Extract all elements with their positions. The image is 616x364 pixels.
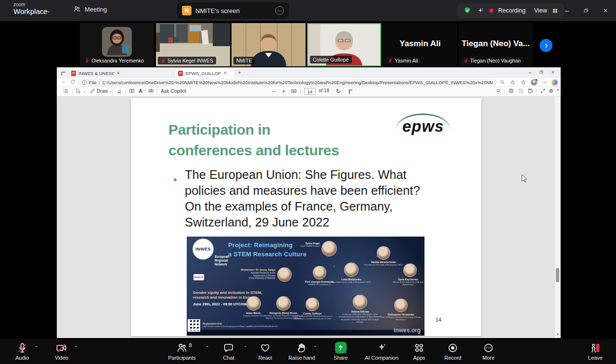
- recording-label: Recording: [498, 7, 526, 14]
- tab-actions-icon[interactable]: [60, 70, 65, 75]
- speaker-photo: [353, 295, 367, 309]
- pdf-scrollbar[interactable]: ▼: [555, 97, 560, 338]
- participant-tile[interactable]: Oleksandra Yeremenko: [80, 23, 154, 66]
- tab-close-icon[interactable]: ✕: [116, 71, 120, 75]
- hide-toolbar-icon[interactable]: ▲: [556, 88, 559, 91]
- minimize-button[interactable]: –: [557, 0, 577, 21]
- more-button[interactable]: More: [482, 342, 494, 361]
- video-button[interactable]: Video: [55, 342, 68, 361]
- record-button[interactable]: Record: [444, 342, 461, 361]
- participant-name-tag: Oleksandra Yeremenko: [82, 57, 147, 64]
- mic-muted-icon: [16, 342, 27, 353]
- copilot-icon[interactable]: [552, 79, 558, 86]
- zoom-out-button[interactable]: −: [272, 88, 276, 95]
- next-participants-button[interactable]: [539, 39, 552, 52]
- speaker-photo: [276, 296, 291, 311]
- slide-title-line2: conferences and lectures: [168, 140, 339, 161]
- address-scheme: File: [89, 80, 96, 85]
- search-document-button[interactable]: [496, 88, 501, 94]
- favorites-star-icon[interactable]: [510, 79, 516, 86]
- tab-screen-share[interactable]: N NMITE's screen ⋯: [177, 2, 289, 19]
- mic-muted-icon: [85, 58, 90, 63]
- chat-button[interactable]: Chat: [223, 342, 234, 361]
- participants-button[interactable]: 8 Participants: [168, 342, 195, 361]
- qr-code: [188, 319, 200, 332]
- view-button[interactable]: View: [534, 7, 547, 14]
- profile-avatar[interactable]: [531, 79, 537, 86]
- fit-page-button[interactable]: [291, 88, 297, 94]
- raise-hand-button[interactable]: Raise hand: [288, 342, 315, 361]
- participant-tile[interactable]: NMITE: [231, 23, 306, 66]
- tab-close-icon[interactable]: ✕: [223, 71, 227, 75]
- browser-close-button[interactable]: ×: [547, 67, 559, 77]
- fullscreen-button[interactable]: [540, 88, 546, 94]
- apps-button[interactable]: Apps: [413, 342, 425, 361]
- raise-hand-options-chevron[interactable]: ⌃: [313, 345, 317, 350]
- read-aloud-button[interactable]: A⌃: [139, 88, 146, 94]
- address-bar[interactable]: ⓘ File | C:/Users/conference/OneDrive%20…: [78, 79, 497, 86]
- page-layout-button[interactable]: [129, 88, 135, 94]
- browser-tab-active[interactable]: EPWS_GUILLOPÉ_INWES x NMITE ✕: [175, 68, 234, 78]
- video-options-chevron[interactable]: ⌃: [74, 345, 78, 350]
- print-button[interactable]: [508, 88, 514, 94]
- page-number-input[interactable]: 14: [304, 88, 316, 95]
- tab-meeting[interactable]: Meeting: [73, 5, 107, 13]
- draw-tool-button[interactable]: Draw ⌄: [90, 88, 112, 94]
- participants-options-chevron[interactable]: ⌃: [205, 345, 209, 350]
- speaker-label: Daria Kaycherets Rector at the Universit…: [391, 278, 424, 286]
- save-button[interactable]: [518, 88, 524, 94]
- zoom-page-icon[interactable]: [500, 79, 505, 85]
- info-icon[interactable]: ⓘ: [82, 79, 87, 86]
- ask-copilot-button[interactable]: Ask Copilot: [161, 88, 186, 94]
- browser-more-icon[interactable]: ⋯: [541, 79, 547, 86]
- collections-star-icon[interactable]: [520, 79, 526, 86]
- browser-restore-button[interactable]: [536, 67, 547, 77]
- audio-button[interactable]: Audio: [15, 342, 29, 361]
- close-button[interactable]: ×: [596, 0, 615, 21]
- slide-page-number: 14: [436, 317, 441, 323]
- react-button[interactable]: React: [258, 342, 272, 361]
- participant-tile[interactable]: Tiegan (Neo) Va... Tiegan (Neo) Vaughan: [459, 23, 533, 66]
- participants-count: 8: [189, 342, 192, 348]
- back-icon[interactable]: [61, 79, 67, 85]
- pdf-scrollbar-thumb[interactable]: [556, 268, 559, 282]
- tab-title: INWES & UNESCO, UN relationsh: [78, 71, 114, 76]
- leave-button[interactable]: Leave: [588, 342, 603, 361]
- new-tab-button[interactable]: +: [238, 69, 241, 76]
- settings-gear-icon[interactable]: ⚙: [549, 88, 553, 94]
- tab-options-ellipsis-icon[interactable]: ⋯: [275, 6, 284, 15]
- chat-options-chevron[interactable]: ⌃: [244, 345, 247, 350]
- participant-tile-active-speaker[interactable]: Colette Guillopé: [307, 23, 381, 66]
- participant-name: Yasmin Ali: [395, 58, 418, 63]
- browser-tab-inactive[interactable]: INWES & UNESCO, UN relationsh ✕: [68, 68, 125, 78]
- participant-name-tag: Yasmin Ali: [385, 57, 421, 64]
- participant-tile[interactable]: Yasmin Ali Yasmin Ali: [383, 23, 457, 66]
- record-icon: [448, 342, 459, 353]
- refresh-icon[interactable]: [70, 79, 76, 85]
- slide-title-line1: Participation in: [168, 119, 339, 140]
- zoom-toolbar: Audio ⌃ Video ⌃ 8 Participants ⌃ Chat ⌃ …: [0, 339, 616, 364]
- speaker-photo: [246, 296, 261, 311]
- zoom-in-button[interactable]: +: [282, 88, 285, 95]
- ai-companion-button[interactable]: AI Companion: [365, 342, 398, 361]
- raise-hand-icon: [296, 342, 308, 353]
- epws-logo: epws: [396, 113, 451, 142]
- restore-button[interactable]: [577, 0, 596, 21]
- save-as-button[interactable]: [527, 88, 533, 94]
- participant-display-name: Yasmin Ali: [383, 39, 457, 49]
- scroll-down-icon[interactable]: ▼: [556, 332, 560, 337]
- rotate-button[interactable]: ↻: [336, 88, 341, 95]
- eraser-button[interactable]: [116, 88, 122, 94]
- people-icon: [73, 5, 81, 13]
- participant-tile[interactable]: Sylvia Kegel INWES: [156, 23, 230, 66]
- select-tool-button[interactable]: ⌄: [76, 88, 86, 94]
- text-select-button[interactable]: ab: [148, 88, 154, 93]
- inwes-logo: INWES: [192, 238, 214, 260]
- browser-minimize-button[interactable]: –: [524, 67, 536, 77]
- audio-options-chevron[interactable]: ⌃: [35, 345, 38, 350]
- epws-logo-text: epws: [402, 117, 444, 136]
- toc-button[interactable]: [63, 88, 69, 94]
- chevron-down-icon[interactable]: ⌄: [46, 8, 51, 14]
- page-view-button[interactable]: [346, 88, 352, 94]
- share-button[interactable]: Share: [334, 342, 347, 361]
